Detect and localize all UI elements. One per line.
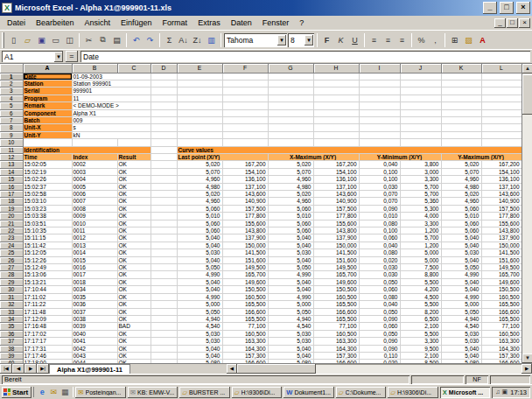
horizontal-scroll-track[interactable] — [316, 364, 522, 374]
tab-first-icon[interactable]: |◀ — [0, 364, 12, 374]
cell-J6[interactable] — [400, 109, 441, 116]
row-header-2[interactable]: 2 — [0, 80, 23, 87]
cell-G12[interactable]: X-Maximum (X/Y) — [268, 153, 359, 160]
cell-I28[interactable]: 0,030 — [359, 271, 400, 278]
tab-prev-icon[interactable]: ◀ — [12, 364, 24, 374]
name-box[interactable]: A1 ▾ — [2, 51, 63, 62]
cell-J39[interactable]: 2,100 — [400, 352, 441, 359]
cell-G29[interactable]: 5,040 — [268, 278, 313, 285]
cell-E33[interactable]: 5,050 — [177, 308, 222, 315]
row-header-26[interactable]: 26 — [0, 256, 23, 263]
cell-E3[interactable] — [177, 88, 222, 94]
cell-B17[interactable]: 0006 — [72, 191, 117, 198]
cell-K15[interactable]: 4,960 — [441, 176, 481, 183]
cell-I13[interactable]: 0,040 — [359, 161, 400, 168]
cell-G23[interactable]: 5,040 — [268, 234, 313, 242]
cell-F17[interactable]: 143,600 — [222, 191, 268, 198]
cell-D36[interactable] — [150, 330, 177, 337]
cell-H14[interactable]: 154,100 — [313, 168, 359, 175]
cell-E20[interactable]: 5,010 — [177, 213, 222, 220]
cell-A5[interactable]: Remark — [23, 102, 72, 109]
cell-K27[interactable]: 5,050 — [441, 264, 481, 271]
cell-G38[interactable]: 5,040 — [268, 345, 313, 352]
cell-G6[interactable] — [268, 109, 313, 116]
cell-E28[interactable]: 4,990 — [177, 271, 222, 278]
cell-A3[interactable]: Serial — [23, 88, 72, 94]
cell-F18[interactable]: 140,900 — [222, 198, 268, 205]
cell-E21[interactable]: 5,060 — [177, 220, 222, 227]
font-name-select[interactable]: Tahoma▾ — [224, 33, 287, 47]
cell-D5[interactable] — [150, 102, 177, 109]
cell-F20[interactable]: 177,800 — [222, 213, 268, 220]
cell-I19[interactable]: 0,090 — [359, 205, 400, 212]
cell-K24[interactable]: 5,040 — [441, 242, 481, 248]
edit-formula-button[interactable]: = — [66, 51, 78, 62]
internet-explorer-icon[interactable]: e — [37, 387, 47, 397]
cell-B23[interactable]: 0012 — [72, 234, 117, 242]
cell-C37[interactable]: OK — [117, 338, 150, 345]
cell-G3[interactable] — [268, 88, 313, 94]
cell-A4[interactable]: Program — [23, 94, 72, 102]
cell-E12[interactable]: Last point (X/Y) — [177, 153, 268, 160]
cell-K36[interactable]: 5,030 — [441, 330, 481, 337]
cell-J38[interactable]: 9,500 — [400, 345, 441, 352]
cell-B8[interactable]: s — [72, 124, 150, 131]
task-button[interactable]: ✉Posteingan... — [75, 387, 126, 398]
cell-K30[interactable]: 5,040 — [441, 286, 481, 293]
column-header-E[interactable]: E — [177, 64, 222, 73]
cell-L24[interactable]: 150,000 — [481, 242, 522, 248]
cell-G10[interactable] — [268, 139, 313, 146]
cell-G32[interactable]: 5,000 — [268, 301, 313, 308]
cell-L37[interactable]: 163,300 — [481, 338, 522, 345]
cell-A39[interactable]: 17:17:46 — [23, 352, 72, 359]
cell-L19[interactable]: 157,500 — [481, 205, 522, 212]
cell-I25[interactable]: 0,080 — [359, 249, 400, 256]
cell-K29[interactable]: 5,040 — [441, 278, 481, 285]
cell-C10[interactable] — [117, 139, 150, 146]
menu-einfgen[interactable]: Einfügen — [116, 18, 158, 28]
cell-L7[interactable] — [481, 116, 522, 123]
row-header-23[interactable]: 23 — [0, 234, 23, 242]
cell-F22[interactable]: 143,800 — [222, 228, 268, 234]
outlook-icon[interactable]: ✉ — [48, 387, 59, 397]
column-header-L[interactable]: L — [481, 64, 522, 73]
cell-H20[interactable]: 177,800 — [313, 213, 359, 220]
cell-F36[interactable]: 160,500 — [222, 330, 268, 337]
cell-D11[interactable] — [150, 146, 177, 153]
cell-K2[interactable] — [441, 80, 481, 87]
cell-K3[interactable] — [441, 88, 481, 94]
cell-C25[interactable]: OK — [117, 249, 150, 256]
cell-I3[interactable] — [359, 88, 400, 94]
cell-E18[interactable]: 4,960 — [177, 198, 222, 205]
row-header-33[interactable]: 33 — [0, 308, 23, 315]
menu-daten[interactable]: Daten — [226, 18, 257, 28]
cell-K16[interactable]: 4,980 — [441, 183, 481, 190]
cell-F28[interactable]: 165,700 — [222, 271, 268, 278]
cell-L22[interactable]: 143,800 — [481, 228, 522, 234]
cell-D1[interactable] — [150, 73, 177, 80]
cell-C36[interactable]: OK — [117, 330, 150, 337]
cell-B38[interactable]: 0042 — [72, 345, 117, 352]
cell-K22[interactable]: 5,060 — [441, 228, 481, 234]
cell-E7[interactable] — [177, 116, 222, 123]
cell-D17[interactable] — [150, 191, 177, 198]
cell-A29[interactable]: 15:13:21 — [23, 278, 72, 285]
cell-L4[interactable] — [481, 94, 522, 102]
select-all-corner[interactable] — [0, 64, 23, 73]
cell-L6[interactable] — [481, 109, 522, 116]
task-button[interactable]: ✉KB: EMW-V... — [128, 387, 178, 398]
cell-D32[interactable] — [150, 301, 177, 308]
cell-G16[interactable]: 4,980 — [268, 183, 313, 190]
cell-K7[interactable] — [441, 116, 481, 123]
cell-C31[interactable]: OK — [117, 293, 150, 300]
cell-E16[interactable]: 4,980 — [177, 183, 222, 190]
row-header-25[interactable]: 25 — [0, 249, 23, 256]
row-header-1[interactable]: 1 — [0, 73, 23, 80]
cell-H8[interactable] — [313, 124, 359, 131]
cell-I16[interactable]: 0,030 — [359, 183, 400, 190]
cell-A32[interactable]: 17:11:22 — [23, 301, 72, 308]
cell-J22[interactable]: 1,200 — [400, 228, 441, 234]
minimize-button[interactable]: _ — [483, 2, 497, 14]
cell-D20[interactable] — [150, 213, 177, 220]
cell-H17[interactable]: 143,600 — [313, 191, 359, 198]
